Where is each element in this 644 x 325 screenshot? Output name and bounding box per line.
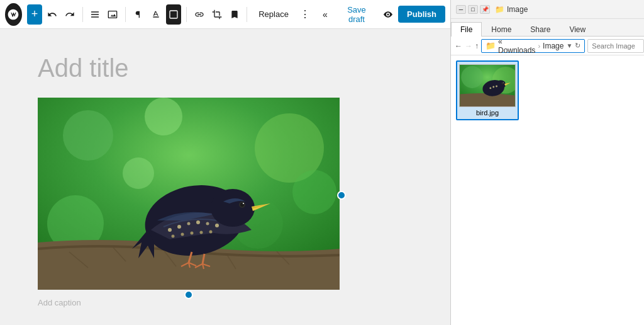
address-path[interactable]: 📁 « Downloads › Image ▼ ↻	[481, 39, 585, 53]
svg-point-24	[200, 231, 203, 234]
svg-point-29	[243, 203, 244, 204]
paragraph-button[interactable]	[131, 4, 146, 25]
svg-point-46	[492, 86, 494, 88]
svg-point-5	[292, 170, 336, 214]
resize-handle-right[interactable]	[337, 191, 346, 200]
svg-point-17	[187, 222, 191, 225]
add-block-button[interactable]: +	[27, 4, 42, 25]
path-refresh-icon[interactable]: ↻	[575, 42, 580, 50]
tab-view[interactable]: View	[560, 22, 595, 37]
path-part-2: Image	[543, 42, 564, 50]
svg-point-42	[496, 80, 506, 89]
svg-point-23	[191, 232, 194, 235]
resize-handle-bottom[interactable]	[184, 290, 193, 299]
maximize-icon[interactable]: □	[468, 5, 478, 14]
folder-icon: 📁	[495, 5, 504, 14]
minimize-icon[interactable]: ─	[456, 5, 466, 14]
path-part-1: « Downloads	[498, 37, 535, 55]
replace-button[interactable]: Replace	[252, 6, 295, 23]
text-color-button[interactable]	[148, 4, 164, 25]
editor-toolbar: +	[0, 0, 450, 29]
file-item-name: bird.jpg	[476, 109, 499, 117]
svg-rect-0	[170, 11, 177, 18]
image-block: Add caption	[38, 98, 413, 307]
svg-point-16	[177, 225, 181, 229]
editor-content: Add title	[0, 29, 450, 325]
svg-point-8	[123, 157, 154, 189]
svg-point-15	[168, 228, 172, 232]
nav-up-button[interactable]: ↑	[475, 40, 479, 52]
toolbar-separator-1	[82, 7, 83, 22]
path-separator: ›	[538, 42, 540, 50]
redo-button[interactable]	[62, 4, 77, 25]
nav-forward-button[interactable]: →	[465, 40, 472, 52]
svg-point-20	[215, 224, 219, 227]
file-explorer: ─ □ 📌 📁 Image File Home Share View ← → ↑…	[450, 0, 644, 325]
file-item-bird[interactable]: bird.jpg	[456, 60, 519, 120]
svg-point-19	[206, 222, 209, 225]
tab-share[interactable]: Share	[521, 22, 560, 37]
file-thumbnail-bird	[459, 64, 516, 107]
svg-point-44	[503, 83, 504, 83]
image-caption[interactable]: Add caption	[38, 298, 413, 307]
svg-point-4	[145, 98, 182, 135]
svg-point-18	[196, 220, 200, 224]
svg-point-26	[211, 189, 255, 227]
image-container	[38, 98, 340, 293]
crop-button[interactable]	[209, 4, 225, 25]
wp-logo[interactable]	[5, 3, 22, 26]
bookmark-button[interactable]	[227, 4, 242, 25]
editor-panel: +	[0, 0, 450, 325]
svg-point-43	[501, 82, 504, 84]
svg-point-39	[461, 66, 483, 88]
titlebar-icons: ─ □ 📌	[456, 5, 490, 14]
more-options-button[interactable]: ⋮	[297, 4, 313, 25]
view-button[interactable]	[380, 4, 396, 25]
explorer-titlebar: ─ □ 📌 📁 Image	[451, 0, 644, 19]
svg-point-21	[172, 235, 175, 238]
save-draft-button[interactable]: Save draft	[335, 1, 378, 28]
toolbar-separator-2	[125, 7, 126, 22]
tab-home[interactable]: Home	[482, 22, 521, 37]
collapse-button[interactable]: «	[318, 4, 333, 25]
tab-file[interactable]: File	[451, 22, 482, 37]
svg-point-22	[181, 233, 184, 236]
toolbar-separator-4	[247, 7, 247, 22]
nav-back-button[interactable]: ←	[455, 40, 462, 52]
bird-image[interactable]	[38, 98, 340, 290]
svg-point-45	[489, 87, 491, 89]
quick-access-icon[interactable]: 📌	[480, 5, 490, 14]
publish-button[interactable]: Publish	[398, 6, 445, 23]
insert-image-button[interactable]	[105, 4, 120, 25]
document-overview-button[interactable]	[87, 4, 103, 25]
path-folder-icon: 📁	[486, 41, 496, 50]
address-bar: ← → ↑ 📁 « Downloads › Image ▼ ↻	[451, 37, 644, 55]
titlebar-title: 📁 Image	[495, 5, 528, 14]
path-dropdown-icon[interactable]: ▼	[566, 42, 572, 49]
toolbar-separator-3	[186, 7, 187, 22]
post-title[interactable]: Add title	[38, 54, 413, 83]
search-input[interactable]	[587, 39, 644, 53]
ribbon-tabs: File Home Share View	[451, 19, 644, 37]
svg-point-2	[63, 110, 113, 161]
svg-point-47	[496, 86, 497, 88]
svg-point-25	[209, 231, 213, 234]
block-border-button[interactable]	[166, 4, 181, 25]
link-button[interactable]	[192, 4, 207, 25]
file-grid: bird.jpg	[451, 55, 644, 325]
undo-button[interactable]	[45, 4, 60, 25]
